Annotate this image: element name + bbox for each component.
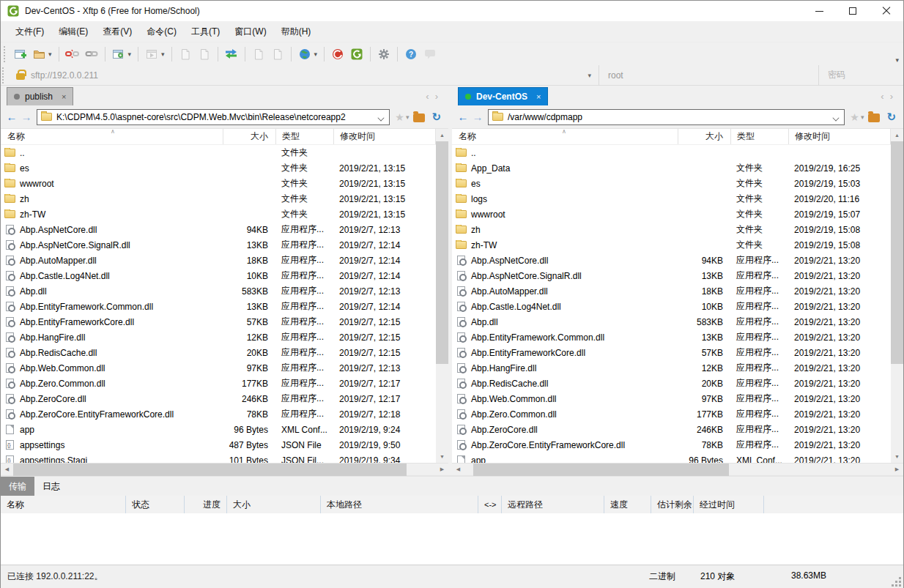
remote-vertical-scrollbar[interactable]: ▲ ▼ [891,129,903,463]
favorites-dropdown-icon[interactable]: ▾ [406,113,410,121]
column-speed[interactable]: 速度 [604,496,651,513]
transfer-mode-icon[interactable] [223,45,240,63]
scroll-up-icon[interactable]: ▲ [891,129,903,141]
menu-command[interactable]: 命令(C) [139,22,184,42]
forward-icon[interactable]: → [19,111,34,123]
home-directory-icon[interactable] [868,113,880,122]
menu-view[interactable]: 查看(V) [95,22,139,42]
file-row[interactable]: Abp.Web.Common.dll97KB应用程序...2019/2/7, 1… [1,360,436,376]
reconnect-icon[interactable] [83,45,100,63]
session-properties-icon[interactable] [110,45,127,63]
session-properties-dropdown-icon[interactable]: ▾ [128,51,132,58]
file-row[interactable]: Abp.ZeroCore.EntityFrameworkCore.dll78KB… [452,437,891,453]
scroll-thumb[interactable] [13,464,407,476]
download-icon[interactable] [196,45,213,63]
scroll-right-icon[interactable]: ▶ [891,464,903,476]
file-row[interactable]: Abp.AspNetCore.dll94KB应用程序...2019/2/7, 1… [1,222,436,237]
file-row[interactable]: Abp.EntityFramework.Common.dll13KB应用程序..… [452,330,891,345]
scroll-thumb[interactable] [891,141,903,364]
home-directory-icon[interactable] [413,113,425,122]
minimize-button[interactable] [802,1,836,21]
file-row[interactable]: ..文件夹 [1,145,436,160]
scroll-right-icon[interactable]: ▶ [436,464,448,476]
tab-scroll-arrows[interactable]: ‹› [426,91,444,102]
refresh-icon[interactable]: ↻ [431,111,441,124]
tab-log[interactable]: 日志 [34,477,68,496]
path-dropdown-icon[interactable] [378,114,385,121]
column-eta[interactable]: 估计剩余... [651,496,693,513]
file-row[interactable]: Abp.AutoMapper.dll18KB应用程序...2019/2/7, 1… [1,253,436,268]
local-horizontal-scrollbar[interactable]: ◀ ▶ [1,463,448,475]
run-icon[interactable] [143,45,160,63]
favorites-icon[interactable]: ★ [395,111,404,123]
file-row[interactable]: app96 BytesXML Conf...2019/2/19, 9:24 [1,422,436,437]
file-row[interactable]: Abp.AutoMapper.dll18KB应用程序...2019/2/21, … [452,283,891,299]
tab-close-icon[interactable]: × [62,92,66,101]
copy-icon[interactable] [250,45,267,63]
path-dropdown-icon[interactable] [833,114,840,121]
resize-grip[interactable] [899,584,901,587]
toolbar-overflow-icon[interactable]: ▾ [895,56,899,64]
file-row[interactable]: Abp.Castle.Log4Net.dll10KB应用程序...2019/2/… [1,268,436,283]
favorites-dropdown-icon[interactable]: ▾ [861,113,864,121]
run-dropdown-icon[interactable]: ▾ [161,51,165,58]
file-row[interactable]: Abp.AspNetCore.dll94KB应用程序...2019/2/21, … [452,253,891,268]
favorites-icon[interactable]: ★ [850,111,859,123]
file-row[interactable]: App_Data文件夹2019/2/19, 16:25 [452,160,891,176]
upload-icon[interactable] [177,45,194,63]
local-vertical-scrollbar[interactable]: ▲ ▼ [436,129,448,463]
tab-transfer[interactable]: 传输 [1,477,34,496]
new-session-icon[interactable] [11,45,29,63]
xshell-icon[interactable] [329,45,347,63]
file-row[interactable]: zh文件夹2019/2/19, 15:08 [452,222,891,237]
file-row[interactable]: appsettings487 BytesJSON File2019/2/19, … [1,437,436,453]
file-row[interactable]: Abp.Castle.Log4Net.dll10KB应用程序...2019/2/… [452,299,891,314]
column-name[interactable]: 名称 [1,496,125,513]
file-row[interactable]: Abp.EntityFramework.Common.dll13KB应用程序..… [1,299,436,314]
address-input[interactable]: sftp://192.0.0.211 [31,70,580,81]
column-progress[interactable]: 进度 [184,496,226,513]
back-icon[interactable]: ← [4,111,19,123]
refresh-icon[interactable]: ↻ [886,111,896,124]
disconnect-icon[interactable] [64,45,81,63]
file-row[interactable]: Abp.RedisCache.dll20KB应用程序...2019/2/21, … [452,376,891,391]
column-size[interactable]: 大小 [678,129,730,144]
feedback-icon[interactable] [421,45,439,63]
maximize-button[interactable] [836,1,870,21]
file-row[interactable]: es文件夹2019/2/21, 13:15 [1,160,436,176]
column-modified[interactable]: 修改时间 [788,129,891,144]
username-input[interactable]: root [599,65,818,86]
column-type[interactable]: 类型 [730,129,788,144]
quickbar-grip[interactable] [2,67,6,83]
file-row[interactable]: Abp.EntityFrameworkCore.dll57KB应用程序...20… [452,345,891,360]
scroll-thumb[interactable] [436,141,448,364]
file-row[interactable]: Abp.HangFire.dll12KB应用程序...2019/2/21, 13… [452,360,891,376]
file-row[interactable]: Abp.AspNetCore.SignalR.dll13KB应用程序...201… [452,268,891,283]
scroll-down-icon[interactable]: ▼ [891,450,903,463]
file-row[interactable]: wwwroot文件夹2019/2/19, 15:07 [452,206,891,222]
help-icon[interactable]: ? [402,45,420,63]
file-row[interactable]: Abp.ZeroCore.EntityFrameworkCore.dll78KB… [1,406,436,422]
forward-icon[interactable]: → [470,111,485,123]
menu-file[interactable]: 文件(F) [8,22,51,42]
file-row[interactable]: Abp.Zero.Common.dll177KB应用程序...2019/2/7,… [1,376,436,391]
web-icon[interactable] [296,45,314,63]
menu-tools[interactable]: 工具(T) [184,22,227,42]
file-row[interactable]: Abp.EntityFrameworkCore.dll57KB应用程序...20… [1,314,436,330]
file-row[interactable]: zh文件夹2019/2/21, 13:15 [1,191,436,206]
xftp-icon[interactable] [348,45,366,63]
file-row[interactable]: es文件夹2019/2/19, 15:03 [452,176,891,191]
tab-publish[interactable]: publish × [7,87,73,105]
open-folder-dropdown-icon[interactable]: ▾ [48,51,52,58]
file-row[interactable]: Abp.dll583KB应用程序...2019/2/7, 12:13 [1,283,436,299]
toolbar-grip[interactable] [4,46,7,62]
file-row[interactable]: appsettings.Stagi101 BytesJSON Fil...201… [1,453,436,463]
web-dropdown-icon[interactable]: ▾ [314,51,318,58]
column-type[interactable]: 类型 [275,129,333,144]
column-status[interactable]: 状态 [125,496,184,513]
scroll-up-icon[interactable]: ▲ [436,129,448,141]
column-local-path[interactable]: 本地路径 [320,496,478,513]
file-row[interactable]: .. [452,145,891,160]
file-row[interactable]: Abp.RedisCache.dll20KB应用程序...2019/2/7, 1… [1,345,436,360]
file-row[interactable]: Abp.ZeroCore.dll246KB应用程序...2019/2/21, 1… [452,422,891,437]
